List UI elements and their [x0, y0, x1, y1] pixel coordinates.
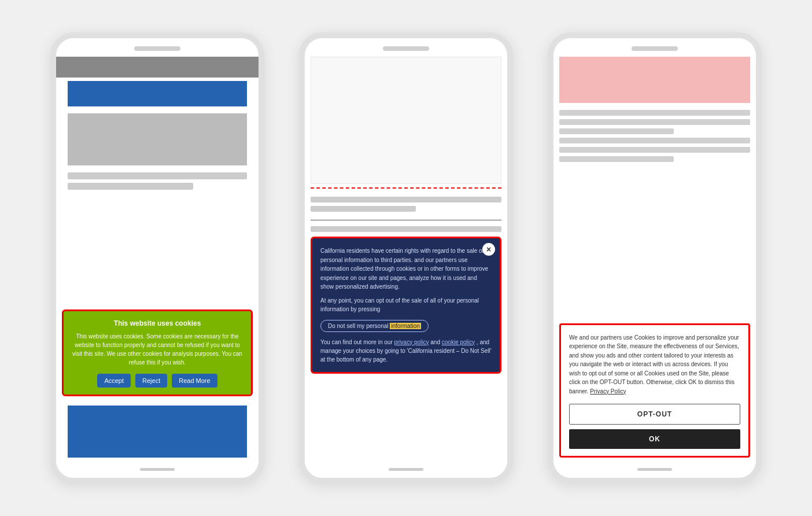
p2-dashed-line [311, 187, 501, 189]
phone-1-speaker [134, 46, 180, 51]
cb2-body: California residents have certain rights… [320, 246, 492, 314]
phone-1-screen: This website uses cookies This website u… [56, 57, 259, 463]
p2-solid-line [311, 220, 501, 220]
cb3-privacy-policy-link[interactable]: Privacy Policy [590, 388, 626, 395]
ok-button[interactable]: OK [569, 429, 740, 449]
p1-row-short [68, 183, 193, 190]
cb1-buttons: Accept Reject Read More [71, 374, 244, 388]
phone-2: × California residents have certain righ… [299, 32, 513, 484]
p3-pink-block [559, 57, 750, 103]
accept-button[interactable]: Accept [97, 374, 131, 388]
cb2-para1: California residents have certain rights… [320, 246, 492, 292]
p3-row-1 [559, 110, 750, 116]
cb2-para2: At any point, you can opt out of the sal… [320, 296, 492, 314]
p2-row-3 [311, 226, 501, 232]
cookie-banner-1: This website uses cookies This website u… [62, 309, 253, 396]
cookie-banner-2: × California residents have certain righ… [311, 237, 501, 374]
p1-row [68, 172, 247, 179]
phone-2-screen: × California residents have certain righ… [305, 57, 507, 463]
phone-2-speaker [383, 46, 429, 51]
phone-2-home-bar [389, 468, 423, 471]
p1-top-gray [56, 57, 259, 78]
p3-spacer [553, 165, 756, 319]
do-not-sell-button[interactable]: Do not sell my personal information [320, 320, 429, 332]
p1-content-rows [56, 169, 259, 305]
phone-3-home-bar [637, 468, 672, 471]
cb3-body: We and our partners use Cookies to impro… [569, 333, 740, 396]
phone-3: We and our partners use Cookies to impro… [548, 32, 762, 484]
cookie-policy-link[interactable]: cookie policy [442, 339, 475, 345]
p3-row-6 [559, 156, 674, 162]
p3-row-2 [559, 119, 750, 125]
phone-3-screen: We and our partners use Cookies to impro… [553, 57, 756, 463]
opt-out-button[interactable]: OPT-OUT [569, 404, 740, 425]
p1-bottom-blue [68, 406, 247, 458]
p3-row-3 [559, 128, 674, 134]
p3-row-4 [559, 138, 750, 143]
p1-gray-block [68, 113, 247, 165]
p2-white-block [311, 57, 501, 184]
p3-row-5 [559, 147, 750, 153]
p2-row-1 [311, 197, 501, 202]
highlight-word: information [390, 323, 420, 329]
phone-1-home-bar [140, 468, 175, 471]
phone-1: This website uses cookies This website u… [50, 32, 264, 484]
cb1-body: This website uses cookies. Some cookies … [71, 332, 244, 367]
cb1-title: This website uses cookies [71, 319, 244, 327]
cookie-banner-3: We and our partners use Cookies to impro… [559, 323, 750, 458]
p2-gray-rows [305, 192, 507, 216]
p3-gray-rows [553, 106, 756, 165]
p2-gray-rows2 [305, 224, 507, 234]
cb2-footer: You can find out more in our privacy pol… [320, 338, 492, 364]
reject-button[interactable]: Reject [135, 374, 167, 388]
read-more-button[interactable]: Read More [172, 374, 217, 388]
p1-blue-bar [68, 81, 247, 106]
p2-row-2 [311, 206, 416, 212]
cb2-close-button[interactable]: × [482, 243, 495, 256]
phone-3-speaker [632, 46, 678, 51]
privacy-policy-link[interactable]: privacy policy [394, 339, 429, 345]
